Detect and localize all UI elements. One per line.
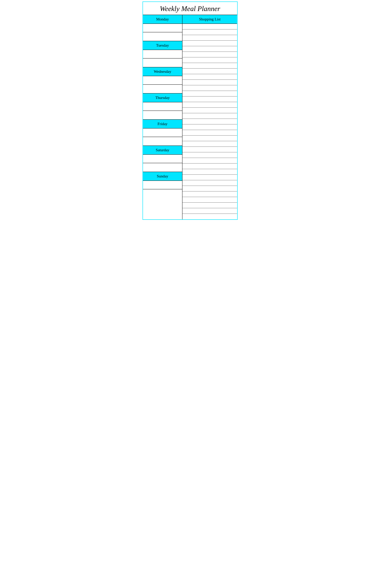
- shopping-row-25[interactable]: [182, 158, 237, 164]
- tuesday-header: Tuesday: [143, 41, 182, 50]
- shopping-row-16[interactable]: [182, 108, 237, 113]
- shopping-row-31[interactable]: [182, 191, 237, 197]
- shopping-row-20[interactable]: [182, 130, 237, 136]
- shopping-row-2[interactable]: [182, 29, 237, 35]
- shopping-row-29[interactable]: [182, 180, 237, 186]
- shopping-row-1[interactable]: [182, 24, 237, 29]
- shopping-row-33[interactable]: [182, 203, 237, 208]
- monday-meal-2[interactable]: [143, 32, 182, 41]
- wednesday-meal-1[interactable]: [143, 76, 182, 85]
- shopping-row-3[interactable]: [182, 35, 237, 41]
- friday-block: Friday: [143, 120, 182, 146]
- shopping-row-6[interactable]: [182, 52, 237, 57]
- shopping-row-18[interactable]: [182, 119, 237, 124]
- main-grid: Monday Tuesday Wednesday Thursday: [143, 15, 237, 219]
- monday-meal-1[interactable]: [143, 24, 182, 32]
- shopping-row-5[interactable]: [182, 46, 237, 52]
- shopping-row-7[interactable]: [182, 57, 237, 63]
- tuesday-meal-2[interactable]: [143, 59, 182, 67]
- monday-block: Monday: [143, 15, 182, 41]
- tuesday-meal-1[interactable]: [143, 50, 182, 59]
- thursday-meal-1[interactable]: [143, 102, 182, 111]
- sunday-meal-1[interactable]: [143, 181, 182, 189]
- shopping-row-23[interactable]: [182, 147, 237, 152]
- wednesday-meal-2[interactable]: [143, 85, 182, 93]
- shopping-row-15[interactable]: [182, 102, 237, 108]
- wednesday-header: Wednesday: [143, 67, 182, 76]
- shopping-row-13[interactable]: [182, 91, 237, 96]
- shopping-row-34[interactable]: [182, 208, 237, 214]
- friday-meal-1[interactable]: [143, 128, 182, 137]
- days-column: Monday Tuesday Wednesday Thursday: [143, 15, 183, 219]
- friday-meal-2[interactable]: [143, 137, 182, 146]
- shopping-row-24[interactable]: [182, 152, 237, 158]
- shopping-row-8[interactable]: [182, 63, 237, 68]
- shopping-header: Shopping List: [182, 15, 237, 24]
- friday-header: Friday: [143, 120, 182, 128]
- shopping-row-17[interactable]: [182, 113, 237, 119]
- shopping-row-14[interactable]: [182, 96, 237, 102]
- shopping-row-4[interactable]: [182, 41, 237, 46]
- saturday-block: Saturday: [143, 146, 182, 172]
- shopping-row-21[interactable]: [182, 136, 237, 141]
- shopping-row-22[interactable]: [182, 141, 237, 147]
- wednesday-block: Wednesday: [143, 67, 182, 93]
- saturday-meal-2[interactable]: [143, 163, 182, 172]
- saturday-header: Saturday: [143, 146, 182, 155]
- thursday-header: Thursday: [143, 93, 182, 102]
- saturday-meal-1[interactable]: [143, 155, 182, 163]
- shopping-row-28[interactable]: [182, 175, 237, 180]
- shopping-row-27[interactable]: [182, 169, 237, 175]
- shopping-row-30[interactable]: [182, 186, 237, 191]
- shopping-row-19[interactable]: [182, 124, 237, 130]
- page-title: Weekly Meal Planner: [143, 2, 237, 15]
- page: Weekly Meal Planner Monday Tuesday Wedne…: [143, 1, 238, 220]
- thursday-meal-2[interactable]: [143, 111, 182, 119]
- sunday-meal-2[interactable]: [143, 189, 182, 198]
- shopping-row-26[interactable]: [182, 164, 237, 169]
- thursday-block: Thursday: [143, 93, 182, 120]
- tuesday-block: Tuesday: [143, 41, 182, 67]
- shopping-row-12[interactable]: [182, 85, 237, 91]
- monday-header: Monday: [143, 15, 182, 24]
- shopping-row-11[interactable]: [182, 80, 237, 85]
- shopping-row-35[interactable]: [182, 214, 237, 219]
- sunday-block: Sunday: [143, 172, 182, 198]
- shopping-row-9[interactable]: [182, 68, 237, 74]
- sunday-header: Sunday: [143, 172, 182, 181]
- shopping-row-32[interactable]: [182, 197, 237, 203]
- shopping-column: Shopping List: [182, 15, 237, 219]
- shopping-row-10[interactable]: [182, 74, 237, 80]
